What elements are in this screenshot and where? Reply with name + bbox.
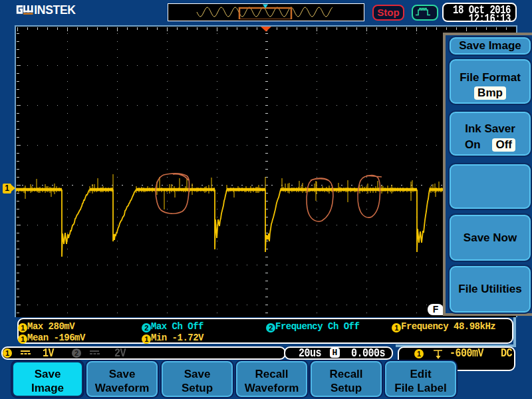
svg-text:INSTEK: INSTEK xyxy=(34,5,76,17)
